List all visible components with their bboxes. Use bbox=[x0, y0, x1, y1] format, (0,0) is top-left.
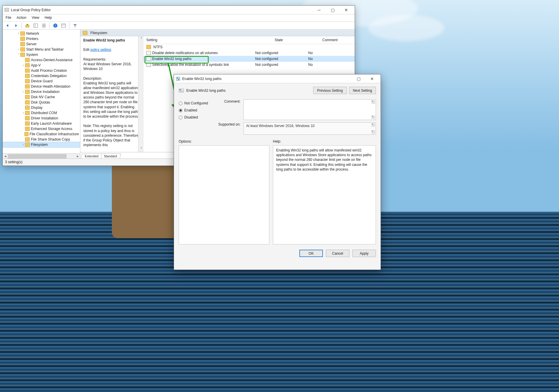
list-header[interactable]: Setting State Comment bbox=[143, 36, 355, 44]
edit-policy-link[interactable]: policy setting bbox=[90, 48, 111, 52]
tab-extended[interactable]: Extended bbox=[81, 154, 102, 159]
tree-node-label: File Classification Infrastructure bbox=[30, 131, 79, 137]
filter-button[interactable] bbox=[72, 22, 78, 29]
menu-help[interactable]: Help bbox=[45, 16, 52, 20]
up-folder-button[interactable] bbox=[24, 22, 31, 29]
row-setting-label: Enable Win32 long paths bbox=[152, 57, 191, 61]
comment-textbox[interactable]: ˄ ˅ bbox=[243, 99, 376, 120]
tree-node[interactable]: Disk NV Cache bbox=[3, 94, 80, 100]
dialog-heading: Enable Win32 long paths bbox=[186, 89, 225, 93]
radio-not-configured[interactable]: Not Configured bbox=[179, 101, 217, 105]
settings-row[interactable]: Selectively allow the evaluation of a sy… bbox=[143, 62, 355, 68]
apply-button[interactable]: Apply bbox=[352, 250, 376, 257]
folder-icon bbox=[25, 121, 30, 126]
radio-icon bbox=[179, 101, 183, 105]
tree-node[interactable]: Server bbox=[3, 41, 80, 47]
expand-icon[interactable]: › bbox=[21, 63, 25, 68]
col-setting[interactable]: Setting bbox=[143, 36, 252, 44]
menu-file[interactable]: File bbox=[6, 16, 11, 20]
tree-node-label: Device Guard bbox=[31, 79, 52, 84]
folder-icon bbox=[25, 69, 30, 73]
gpedit-titlebar[interactable]: Local Group Policy Editor ─ ▢ ✕ bbox=[3, 6, 355, 14]
tree-node[interactable]: Early Launch Antimalware bbox=[3, 121, 80, 126]
breadcrumb: Filesystem bbox=[80, 30, 355, 36]
options-label: Options: bbox=[179, 139, 273, 144]
tree-node-label: Device Health Attestation bbox=[31, 84, 70, 89]
next-setting-button[interactable]: Next Setting bbox=[349, 87, 376, 94]
tree-node[interactable]: ›App-V bbox=[3, 63, 80, 68]
tree-node[interactable]: ›Filesystem bbox=[3, 142, 80, 147]
tree-node[interactable]: Disk Quotas bbox=[3, 100, 80, 105]
previous-setting-button[interactable]: Previous Setting bbox=[313, 87, 346, 94]
export-list-button[interactable] bbox=[41, 22, 47, 29]
tree-node[interactable]: Credentials Delegation bbox=[3, 73, 80, 79]
properties-button[interactable] bbox=[60, 22, 67, 29]
folder-icon bbox=[25, 74, 30, 78]
tree-node[interactable]: Enhanced Storage Access bbox=[3, 126, 80, 131]
tree-node-label: File Share Shadow Copy bbox=[31, 137, 70, 142]
expand-icon[interactable]: › bbox=[17, 47, 20, 52]
tree-node[interactable]: File Share Shadow Copy bbox=[3, 137, 80, 142]
policy-icon bbox=[176, 76, 180, 81]
minimize-button[interactable]: ─ bbox=[312, 6, 326, 14]
folder-icon bbox=[25, 63, 30, 67]
radio-disabled[interactable]: Disabled bbox=[179, 115, 217, 119]
tree-node-label: Display bbox=[31, 105, 42, 110]
cancel-button[interactable]: Cancel bbox=[326, 250, 349, 257]
tree-node[interactable]: ˅System bbox=[3, 52, 80, 57]
expand-icon[interactable]: › bbox=[17, 31, 20, 36]
col-state[interactable]: State bbox=[252, 36, 305, 44]
svg-marker-5 bbox=[15, 24, 17, 27]
dialog-titlebar[interactable]: Enable Win32 long paths ▢ ✕ bbox=[174, 74, 381, 83]
tree-node[interactable]: ›Start Menu and Taskbar bbox=[3, 47, 80, 52]
dialog-close-button[interactable]: ✕ bbox=[365, 74, 379, 83]
folder-icon bbox=[20, 37, 25, 41]
desc-v-scrollbar[interactable]: ˄ ˅ bbox=[138, 36, 143, 152]
svg-rect-8 bbox=[34, 24, 38, 27]
expand-icon[interactable]: › bbox=[21, 110, 25, 116]
tree-node-label: Disk Quotas bbox=[31, 100, 50, 105]
tree-node-label: Disk NV Cache bbox=[31, 94, 55, 100]
settings-row[interactable]: Disable delete notifications on all volu… bbox=[143, 50, 355, 56]
back-button[interactable] bbox=[4, 22, 11, 29]
svg-rect-1 bbox=[5, 9, 6, 10]
settings-row[interactable]: Enable Win32 long pathsNot configuredNo bbox=[143, 56, 355, 62]
folder-icon bbox=[25, 106, 30, 110]
tree-node[interactable]: Device Health Attestation bbox=[3, 84, 80, 89]
row-setting-label: Selectively allow the evaluation of a sy… bbox=[152, 63, 229, 67]
radio-enabled[interactable]: Enabled bbox=[179, 108, 217, 112]
tree-node[interactable]: Printers bbox=[3, 36, 80, 41]
dialog-maximize-button[interactable]: ▢ bbox=[352, 74, 365, 83]
tab-standard[interactable]: Standard bbox=[100, 154, 121, 159]
collapse-icon[interactable]: ˅ bbox=[17, 52, 20, 57]
menu-action[interactable]: Action bbox=[16, 16, 26, 20]
col-comment[interactable]: Comment bbox=[305, 36, 355, 44]
supported-textbox: At least Windows Server 2016, Windows 10… bbox=[243, 122, 376, 135]
settings-row[interactable]: NTFS bbox=[143, 44, 355, 50]
close-button[interactable]: ✕ bbox=[339, 6, 353, 14]
description-note: Note: This registry setting is not store… bbox=[83, 124, 140, 147]
tree-h-scrollbar[interactable]: ◂ ▸ bbox=[3, 154, 80, 159]
tree-node[interactable]: Device Guard bbox=[3, 79, 80, 84]
policy-tree[interactable]: ›NetworkPrintersServer›Start Menu and Ta… bbox=[3, 30, 80, 154]
expand-icon[interactable]: › bbox=[21, 89, 25, 94]
help-button[interactable]: ? bbox=[52, 22, 59, 29]
expand-icon[interactable]: › bbox=[21, 142, 25, 147]
tree-node[interactable]: File Classification Infrastructure bbox=[3, 131, 80, 137]
ok-button[interactable]: OK bbox=[299, 250, 323, 257]
options-pane[interactable] bbox=[179, 145, 269, 244]
svg-rect-0 bbox=[5, 8, 9, 11]
forward-button[interactable] bbox=[13, 22, 19, 29]
tree-node[interactable]: Access-Denied Assistance bbox=[3, 57, 80, 63]
folder-icon bbox=[25, 90, 30, 94]
tree-node[interactable]: Audit Process Creation bbox=[3, 68, 80, 73]
tree-node[interactable]: ›Device Installation bbox=[3, 89, 80, 94]
maximize-button[interactable]: ▢ bbox=[326, 6, 339, 14]
menu-view[interactable]: View bbox=[32, 16, 39, 20]
tree-node[interactable]: ›Network bbox=[3, 31, 80, 36]
folder-icon bbox=[24, 132, 29, 136]
show-hide-tree-button[interactable] bbox=[32, 22, 39, 29]
tree-node[interactable]: ›Distributed COM bbox=[3, 110, 80, 116]
tree-node[interactable]: Display bbox=[3, 105, 80, 110]
tree-node[interactable]: Driver Installation bbox=[3, 116, 80, 121]
